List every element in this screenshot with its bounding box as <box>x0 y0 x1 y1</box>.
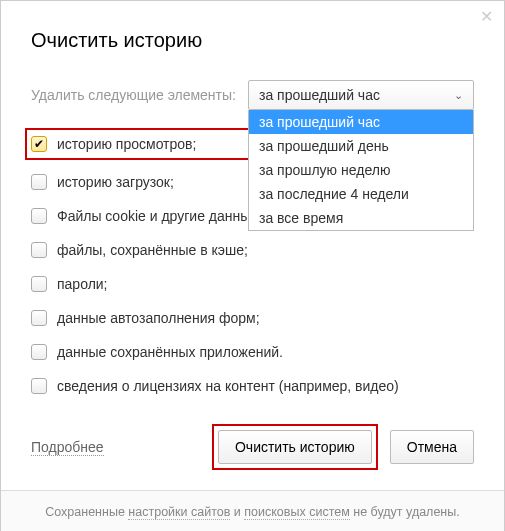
dialog-footer-row: Подробнее Очистить историю Отмена <box>31 424 474 470</box>
close-icon[interactable]: ✕ <box>478 9 494 25</box>
checkbox-licenses[interactable] <box>31 378 47 394</box>
checkbox-label-cache: файлы, сохранённые в кэше; <box>57 242 248 258</box>
search-engines-link[interactable]: поисковых систем <box>244 505 349 520</box>
dialog-title: Очистить историю <box>31 29 474 52</box>
checkbox-label-licenses: сведения о лицензиях на контент (наприме… <box>57 378 399 394</box>
checkbox-label-passwords: пароли; <box>57 276 108 292</box>
checkbox-autofill[interactable] <box>31 310 47 326</box>
cancel-button[interactable]: Отмена <box>390 430 474 464</box>
dropdown-option-4weeks[interactable]: за последние 4 недели <box>249 182 473 206</box>
dropdown-option-hour[interactable]: за прошедший час <box>249 110 473 134</box>
dropdown-option-week[interactable]: за прошлую неделю <box>249 158 473 182</box>
checkbox-label-downloads: историю загрузок; <box>57 174 174 190</box>
checkbox-row-apps[interactable]: данные сохранённых приложений. <box>31 342 474 362</box>
check-icon: ✔ <box>34 138 44 150</box>
clear-button-highlight: Очистить историю <box>212 424 378 470</box>
checkbox-cookies[interactable] <box>31 208 47 224</box>
clear-button[interactable]: Очистить историю <box>218 430 372 464</box>
chevron-down-icon: ⌄ <box>454 89 463 102</box>
checkbox-browsing[interactable]: ✔ <box>31 136 47 152</box>
dialog-content: Очистить историю Удалить следующие элеме… <box>1 1 504 490</box>
checkbox-label-autofill: данные автозаполнения форм; <box>57 310 260 326</box>
dropdown-option-all[interactable]: за все время <box>249 206 473 230</box>
info-mid: и <box>230 505 244 519</box>
time-range-select[interactable]: за прошедший час ⌄ <box>248 80 474 110</box>
site-settings-link[interactable]: настройки сайтов <box>128 505 230 520</box>
checkbox-row-cache[interactable]: файлы, сохранённые в кэше; <box>31 240 474 260</box>
time-range-value: за прошедший час <box>259 87 380 103</box>
button-group: Очистить историю Отмена <box>212 424 474 470</box>
time-range-label: Удалить следующие элементы: <box>31 87 236 103</box>
checkbox-cache[interactable] <box>31 242 47 258</box>
time-range-select-wrap: за прошедший час ⌄ за прошедший час за п… <box>248 80 474 110</box>
info-bar: Сохраненные настройки сайтов и поисковых… <box>1 490 504 531</box>
checkbox-label-browsing: историю просмотров; <box>57 136 196 152</box>
time-range-row: Удалить следующие элементы: за прошедший… <box>31 80 474 110</box>
checkbox-row-licenses[interactable]: сведения о лицензиях на контент (наприме… <box>31 376 474 396</box>
more-link[interactable]: Подробнее <box>31 439 104 456</box>
info-prefix: Сохраненные <box>45 505 128 519</box>
checkbox-row-autofill[interactable]: данные автозаполнения форм; <box>31 308 474 328</box>
checkbox-apps[interactable] <box>31 344 47 360</box>
checkbox-downloads[interactable] <box>31 174 47 190</box>
clear-history-dialog: ✕ Очистить историю Удалить следующие эле… <box>0 0 505 531</box>
time-range-dropdown: за прошедший час за прошедший день за пр… <box>248 110 474 231</box>
checkbox-label-apps: данные сохранённых приложений. <box>57 344 283 360</box>
checkbox-passwords[interactable] <box>31 276 47 292</box>
checkbox-row-passwords[interactable]: пароли; <box>31 274 474 294</box>
dropdown-option-day[interactable]: за прошедший день <box>249 134 473 158</box>
info-suffix: не будут удалены. <box>350 505 460 519</box>
